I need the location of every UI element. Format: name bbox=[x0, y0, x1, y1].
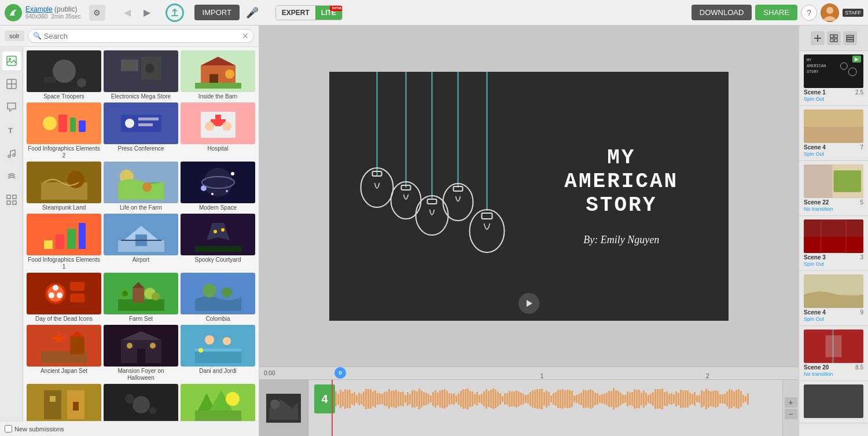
list-item[interactable]: Life on the Farm bbox=[104, 162, 178, 211]
list-item[interactable]: Food Infographics Elements 1 bbox=[27, 214, 101, 270]
list-item[interactable]: Hospital bbox=[181, 102, 255, 159]
rp-grid-icon[interactable] bbox=[827, 31, 841, 45]
list-item[interactable]: Colombia bbox=[181, 273, 255, 323]
list-item[interactable]: Inside the Barn bbox=[181, 50, 255, 100]
scene-transition[interactable]: No transition bbox=[804, 371, 833, 377]
scene-item[interactable]: Scene 47 Spin Out bbox=[799, 106, 868, 161]
rp-add-icon[interactable] bbox=[811, 31, 825, 45]
grid-item-label: Ancient Japan Set bbox=[27, 368, 101, 375]
scene-thumb bbox=[804, 329, 863, 363]
list-item[interactable]: Steampunk Land bbox=[27, 162, 101, 211]
scene-transition[interactable]: Spin Out bbox=[804, 261, 824, 267]
svg-rect-151 bbox=[826, 335, 842, 357]
canvas-title: MY AMERICAN STORY bbox=[532, 146, 712, 218]
list-item[interactable]: Ancient Japan Set bbox=[27, 325, 101, 382]
new-submissions-checkbox-label[interactable]: New submissions bbox=[5, 425, 64, 433]
right-panel: MYAMERICANSTORY ▶ Scene 12.5 Spin Out Sc… bbox=[799, 25, 868, 436]
sidebar-icon-image[interactable] bbox=[2, 52, 21, 70]
svg-marker-21 bbox=[201, 57, 236, 65]
scene-item[interactable]: Scene 225 No transition bbox=[799, 161, 868, 216]
lite-mode-button[interactable]: LITE beta bbox=[315, 6, 342, 20]
share-button[interactable]: SHARE bbox=[755, 5, 797, 20]
list-item[interactable]: Modern Space bbox=[181, 162, 255, 211]
scene-list: MYAMERICANSTORY ▶ Scene 12.5 Spin Out Sc… bbox=[799, 51, 868, 436]
scene-item[interactable] bbox=[799, 381, 868, 423]
list-item[interactable]: Dani and Jordi bbox=[181, 325, 255, 382]
grid-item-label: Mansion Foyer on Halloween bbox=[104, 368, 178, 382]
timeline-track[interactable]: 4 bbox=[308, 380, 782, 436]
list-item[interactable]: Food Infographics Elements 2 bbox=[27, 102, 101, 159]
upload-icon bbox=[165, 3, 184, 22]
sidebar-icon-text[interactable]: T bbox=[2, 121, 21, 140]
search-input[interactable] bbox=[44, 32, 240, 41]
expert-mode-button[interactable]: EXPERT bbox=[276, 6, 315, 20]
list-item[interactable]: Press Conference bbox=[104, 102, 178, 159]
scene-transition[interactable]: Spin Out bbox=[804, 316, 824, 322]
sidebar-icon-music[interactable] bbox=[2, 167, 21, 186]
list-item[interactable] bbox=[181, 384, 255, 421]
svg-rect-131 bbox=[847, 40, 854, 42]
list-item[interactable]: Mansion Foyer on Halloween bbox=[104, 325, 178, 382]
scene-thumb bbox=[804, 109, 863, 143]
microphone-button[interactable]: 🎤 bbox=[243, 3, 262, 22]
sidebar-icon-music-note[interactable] bbox=[2, 144, 21, 163]
download-button[interactable]: DOWNLOAD bbox=[692, 5, 752, 20]
list-item[interactable] bbox=[27, 384, 101, 421]
svg-point-122 bbox=[270, 400, 279, 409]
timeline-zoom-in[interactable]: + bbox=[785, 397, 797, 408]
timeline-zoom-out[interactable]: − bbox=[785, 409, 797, 419]
avatar[interactable] bbox=[821, 3, 839, 22]
grid-item-label: Airport bbox=[104, 257, 178, 263]
svg-point-104 bbox=[226, 392, 240, 406]
sidebar-icon-chat[interactable] bbox=[2, 98, 21, 116]
scene-info: Scene 225 No transition bbox=[804, 199, 863, 212]
svg-rect-127 bbox=[830, 39, 833, 42]
list-item[interactable]: Electronics Mega Store bbox=[104, 50, 178, 100]
settings-button[interactable]: ⚙ bbox=[89, 5, 105, 21]
svg-rect-32 bbox=[138, 123, 153, 126]
redo-button[interactable]: ▶ bbox=[139, 5, 155, 21]
right-panel-toolbar bbox=[799, 25, 868, 51]
scene-item[interactable]: MYAMERICANSTORY ▶ Scene 12.5 Spin Out bbox=[799, 51, 868, 106]
svg-text:MY: MY bbox=[807, 58, 812, 63]
playhead-knob[interactable]: 0 bbox=[334, 367, 346, 379]
list-item[interactable]: Farm Set bbox=[104, 273, 178, 323]
scene-info: Scene 47 Spin Out bbox=[804, 144, 863, 157]
svg-rect-27 bbox=[70, 118, 76, 132]
svg-rect-101 bbox=[195, 411, 241, 421]
rp-list-icon[interactable] bbox=[843, 31, 857, 45]
svg-point-63 bbox=[53, 285, 58, 291]
list-item[interactable]: Spooky Courtyard bbox=[181, 214, 255, 270]
svg-point-45 bbox=[231, 172, 234, 175]
list-item[interactable] bbox=[104, 384, 178, 421]
sidebar-icon-layout[interactable] bbox=[2, 75, 21, 93]
grid-item-label: Inside the Barn bbox=[181, 93, 255, 100]
scene-transition[interactable]: No transition bbox=[804, 206, 833, 212]
project-link[interactable]: Example bbox=[25, 5, 53, 13]
import-button[interactable]: IMPORT bbox=[194, 5, 240, 20]
search-clear-button[interactable]: ✕ bbox=[242, 31, 249, 41]
scene-transition[interactable]: Spin Out bbox=[804, 96, 824, 102]
scene-item[interactable]: Scene 49 Spin Out bbox=[799, 271, 868, 326]
list-item[interactable]: Airport bbox=[104, 214, 178, 270]
svg-text:STORY: STORY bbox=[807, 69, 819, 74]
scene-item[interactable]: Scene 208.5 No transition bbox=[799, 326, 868, 381]
filter-tag[interactable]: solr bbox=[5, 31, 24, 41]
svg-point-77 bbox=[222, 287, 232, 298]
list-item[interactable]: Day of the Dead Icons bbox=[27, 273, 101, 323]
new-submissions-checkbox[interactable] bbox=[5, 425, 12, 433]
svg-rect-24 bbox=[195, 83, 241, 89]
canvas-play-button[interactable] bbox=[518, 293, 539, 314]
help-button[interactable]: ? bbox=[801, 5, 817, 21]
undo-button[interactable]: ◀ bbox=[119, 5, 135, 21]
upload-button[interactable] bbox=[165, 3, 184, 22]
svg-point-98 bbox=[133, 396, 150, 413]
sidebar-icon-grid[interactable] bbox=[2, 190, 21, 209]
scene-item[interactable]: Scene 33 Spin Out bbox=[799, 216, 868, 271]
scene-transition[interactable]: Spin Out bbox=[804, 151, 824, 157]
svg-point-59 bbox=[214, 230, 217, 233]
list-item[interactable]: Space Troopers bbox=[27, 50, 101, 100]
svg-rect-12 bbox=[7, 201, 10, 204]
svg-rect-126 bbox=[834, 35, 837, 38]
svg-rect-51 bbox=[67, 229, 76, 249]
